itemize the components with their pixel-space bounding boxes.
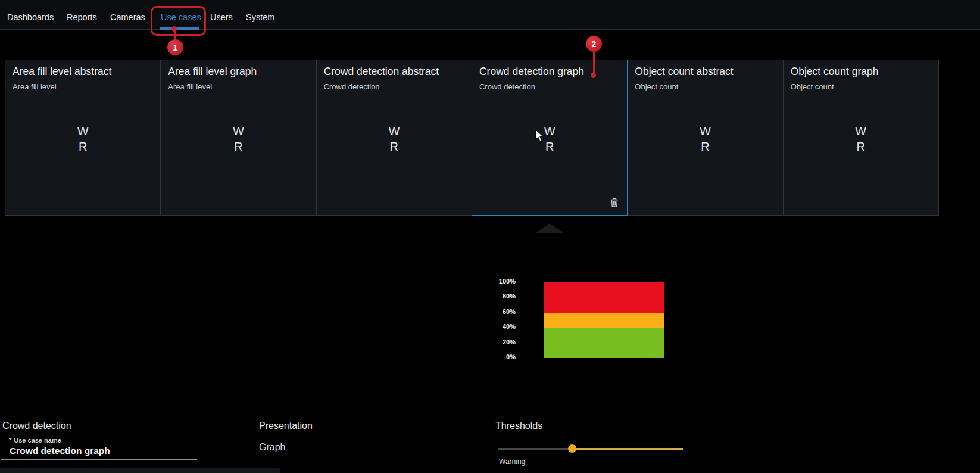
card-watermark: W R [472,123,627,154]
annotation-highlight-box [151,6,206,36]
use-case-name-label: *Use case name [9,437,61,444]
card-subtitle: Object count [791,82,931,91]
use-case-name-label-text: Use case name [14,437,61,444]
watermark-line-2: R [161,139,316,154]
threshold-band-chart [544,282,664,358]
watermark-line-1: W [317,123,472,139]
use-case-name-input[interactable]: Crowd detection graph [10,446,110,456]
warning-threshold-slider[interactable] [498,444,683,453]
watermark-line-2: R [628,139,782,154]
watermark-line-2: R [472,139,627,154]
warning-threshold-label: Warning [499,458,525,466]
card-title: Area fill level graph [168,66,308,78]
presentation-section-title: Presentation [259,421,313,431]
annotation-dot [171,26,177,32]
nav-item-system[interactable]: System [246,13,274,22]
card-subtitle: Object count [635,82,775,91]
annotation-line [593,51,595,74]
warning-thumb[interactable] [568,444,576,453]
nav-item-dashboards[interactable]: Dashboards [7,13,54,22]
required-marker: * [9,437,11,444]
watermark-line-1: W [784,123,938,139]
watermark-line-2: R [5,139,160,154]
use-case-card-crowd-detection-abstract[interactable]: Crowd detection abstract Crowd detection… [316,60,472,216]
watermark-line-2: R [784,139,938,154]
watermark-line-1: W [628,123,782,139]
card-watermark: W R [5,123,160,154]
use-case-card-area-fill-level-abstract[interactable]: Area fill level abstract Area fill level… [5,60,161,216]
warning-band [544,313,664,328]
input-underline [1,459,197,460]
presentation-select[interactable]: Graph [259,442,285,453]
card-subtitle: Crowd detection [324,82,464,91]
y-tick-label: 40% [503,323,516,330]
card-watermark: W R [784,123,938,154]
card-subtitle: Crowd detection [479,82,620,91]
watermark-line-1: W [472,123,627,139]
nav-item-reports[interactable]: Reports [67,13,97,22]
thresholds-section-title: Thresholds [495,421,542,431]
card-watermark: W R [317,123,472,154]
critical-band [544,282,664,313]
card-subtitle: Area fill level [13,82,153,91]
app-window: Dashboards Reports Cameras Use cases Use… [0,0,980,473]
use-case-card-crowd-detection-graph[interactable]: Crowd detection graph Crowd detection W … [472,60,628,216]
use-case-card-object-count-graph[interactable]: Object count graph Object count W R [783,60,939,216]
trash-icon [610,197,619,208]
normal-band [544,328,664,358]
mouse-cursor [535,129,544,142]
top-nav-bar: Dashboards Reports Cameras Use cases Use… [0,0,980,30]
use-case-section-title: Crowd detection [2,421,71,431]
y-tick-label: 20% [503,338,516,346]
card-watermark: W R [628,123,782,154]
detail-panel-arrow [535,223,564,233]
delete-use-case-button[interactable] [609,197,620,209]
card-title: Object count graph [791,66,931,78]
nav-item-users[interactable]: Users [210,13,233,22]
use-case-card-area-fill-level-graph[interactable]: Area fill level graph Area fill level W … [160,60,316,216]
use-case-card-grid: Area fill level abstract Area fill level… [5,60,939,216]
slider-track-inactive [498,448,572,450]
annotation-step-2-badge: 2 [586,36,602,52]
card-subtitle: Area fill level [168,82,308,91]
card-title: Crowd detection graph [479,66,620,78]
annotation-step-1-badge: 1 [167,39,183,55]
annotation-dot [591,73,596,78]
watermark-line-2: R [317,139,472,154]
nav-item-cameras[interactable]: Cameras [110,13,145,22]
slider-track-active [572,448,683,450]
card-title: Object count abstract [635,66,775,78]
watermark-line-1: W [5,123,160,139]
use-case-card-object-count-abstract[interactable]: Object count abstract Object count W R [627,60,783,216]
y-tick-label: 0% [506,353,516,360]
watermark-line-1: W [161,123,316,139]
card-title: Crowd detection abstract [324,66,464,78]
card-watermark: W R [161,123,316,154]
y-tick-label: 60% [503,308,516,315]
bottom-panel-edge [0,468,280,473]
y-tick-label: 100% [499,278,516,285]
card-title: Area fill level abstract [13,66,153,78]
y-tick-label: 80% [503,292,516,300]
